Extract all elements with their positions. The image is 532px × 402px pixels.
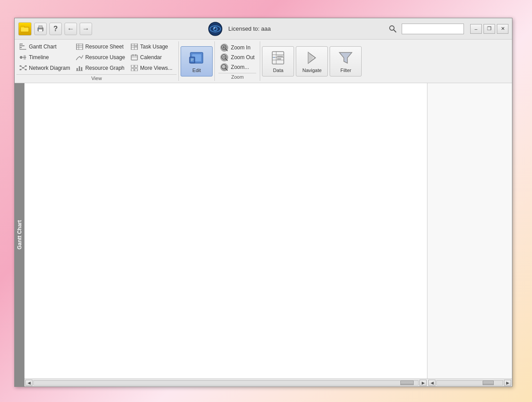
timeline-panel: ◀ ▶ (427, 83, 512, 386)
back-button[interactable]: ← (64, 23, 77, 35)
svg-rect-74 (277, 58, 281, 60)
svg-rect-31 (77, 44, 83, 50)
scroll-right-arrow[interactable]: ▶ (419, 380, 427, 386)
network-diagram-icon (19, 64, 27, 72)
svg-rect-44 (131, 55, 137, 60)
view-col2: Resource Sheet Resource Usage (73, 41, 128, 73)
svg-line-67 (226, 68, 227, 70)
svg-rect-35 (77, 68, 78, 71)
svg-line-29 (21, 68, 22, 70)
timeline-menu-item[interactable]: Timeline (16, 52, 73, 63)
svg-rect-22 (20, 65, 21, 67)
title-bar: ? ← → Licensed to: aaa (15, 18, 512, 40)
main-content: Gantt Chart ◀ ▶ ◀ (15, 83, 512, 386)
svg-rect-58 (191, 60, 193, 61)
close-button[interactable]: ✕ (497, 24, 508, 34)
svg-rect-2 (21, 28, 28, 32)
svg-rect-36 (79, 66, 80, 71)
print-button[interactable] (34, 23, 47, 35)
svg-rect-26 (25, 69, 27, 70)
navigate-icon (304, 50, 320, 66)
svg-rect-4 (39, 26, 42, 28)
svg-rect-37 (81, 67, 82, 71)
more-views-icon (130, 64, 138, 72)
view-col3: Task Usage Calendar (128, 41, 177, 73)
zoom-in-button[interactable]: Zoom In (218, 43, 256, 52)
title-bar-center: Licensed to: aaa (95, 21, 384, 36)
right-buttons: + Data Navigate (260, 41, 363, 81)
zoom-custom-button[interactable]: Zoom... (218, 62, 256, 72)
svg-rect-25 (20, 69, 21, 70)
svg-point-11 (214, 27, 215, 28)
scroll-left-arrow[interactable]: ◀ (25, 380, 32, 386)
zoom-custom-icon (220, 63, 228, 71)
filter-icon (338, 50, 354, 66)
data-icon: + (270, 50, 286, 66)
search-input[interactable] (402, 24, 464, 34)
resource-graph-menu-item[interactable]: Resource Graph (73, 63, 128, 73)
zoom-group: Zoom In Zoom Out (215, 41, 260, 81)
zoom-out-button[interactable]: Zoom Out (218, 52, 256, 62)
svg-line-28 (24, 66, 25, 68)
edit-button[interactable]: Edit (181, 46, 213, 76)
svg-rect-5 (39, 29, 42, 32)
svg-rect-57 (191, 60, 193, 60)
svg-line-30 (24, 68, 25, 70)
network-diagram-menu-item[interactable]: Network Diagram (16, 63, 73, 73)
scroll-thumb-timeline (483, 381, 494, 385)
more-views-menu-item[interactable]: More Views... (128, 63, 177, 73)
title-bar-right: – ❐ ✕ (387, 23, 508, 35)
svg-rect-20 (20, 56, 22, 59)
gantt-panel: ◀ ▶ (24, 83, 427, 386)
resource-sheet-menu-item[interactable]: Resource Sheet (73, 41, 128, 52)
ribbon: Gantt Chart Timeline (15, 40, 512, 83)
svg-rect-23 (25, 65, 27, 67)
timeline-icon (19, 53, 27, 61)
edit-icon (189, 50, 205, 66)
svg-rect-21 (24, 55, 26, 60)
gantt-scrollbar-h[interactable]: ◀ ▶ (24, 378, 427, 386)
gantt-chart-area[interactable] (24, 83, 427, 378)
scroll-track-gantt[interactable] (33, 380, 419, 386)
filter-button[interactable]: Filter (330, 46, 362, 76)
resource-usage-icon (76, 53, 84, 61)
svg-rect-14 (20, 44, 23, 44)
folder-button[interactable] (18, 22, 32, 36)
view-col1: Gantt Chart Timeline (16, 41, 73, 73)
svg-line-65 (226, 59, 227, 60)
svg-rect-6 (38, 28, 39, 29)
svg-line-13 (394, 30, 396, 32)
svg-line-27 (21, 66, 22, 68)
svg-marker-78 (339, 52, 352, 63)
gantt-chart-tab[interactable]: Gantt Chart (15, 83, 24, 386)
scroll-timeline-left[interactable]: ◀ (428, 380, 435, 386)
timeline-area[interactable] (427, 83, 512, 378)
gantt-chart-menu-item[interactable]: Gantt Chart (16, 41, 73, 52)
zoom-group-label: Zoom (218, 73, 256, 80)
resource-graph-icon (76, 64, 84, 72)
app-title: Licensed to: aaa (228, 25, 270, 32)
zoom-in-icon (220, 44, 228, 52)
navigate-button[interactable]: Navigate (296, 46, 328, 76)
calendar-icon (130, 53, 138, 61)
scroll-track-timeline[interactable] (436, 380, 503, 386)
app-window: ? ← → Licensed to: aaa (14, 18, 512, 387)
svg-rect-50 (131, 68, 134, 71)
zoom-out-icon (220, 53, 228, 61)
resource-usage-menu-item[interactable]: Resource Usage (73, 52, 128, 63)
search-icon[interactable] (387, 23, 399, 35)
svg-rect-49 (135, 65, 137, 68)
help-button[interactable]: ? (49, 23, 62, 35)
svg-rect-51 (135, 68, 137, 71)
scroll-timeline-right[interactable]: ▶ (504, 380, 511, 386)
calendar-menu-item[interactable]: Calendar (128, 52, 177, 63)
svg-rect-15 (20, 45, 24, 46)
timeline-scrollbar-h[interactable]: ◀ ▶ (427, 378, 512, 386)
minimize-button[interactable]: – (470, 24, 482, 34)
forward-button[interactable]: → (80, 23, 92, 35)
data-button[interactable]: + Data (262, 46, 294, 76)
scroll-thumb-gantt (400, 381, 414, 385)
restore-button[interactable]: ❐ (484, 24, 495, 34)
svg-rect-73 (277, 56, 283, 57)
task-usage-menu-item[interactable]: Task Usage (128, 41, 177, 52)
